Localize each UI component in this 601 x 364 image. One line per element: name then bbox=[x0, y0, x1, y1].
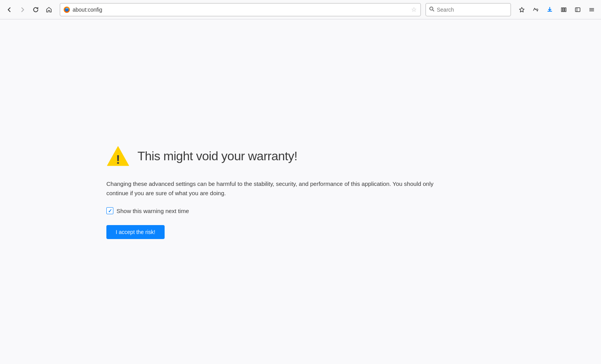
nav-buttons bbox=[3, 3, 55, 16]
bookmark-star-button[interactable]: ☆ bbox=[410, 5, 417, 14]
page-content: ! This might void your warranty! Changin… bbox=[0, 19, 601, 364]
show-warning-checkbox[interactable]: ✓ bbox=[106, 207, 113, 214]
search-input[interactable] bbox=[437, 7, 499, 13]
warning-header: ! This might void your warranty! bbox=[106, 144, 297, 168]
url-input[interactable] bbox=[73, 7, 408, 13]
library-button[interactable] bbox=[558, 3, 570, 16]
toolbar-icons bbox=[516, 3, 598, 16]
warning-container: ! This might void your warranty! Changin… bbox=[106, 144, 456, 239]
svg-point-2 bbox=[430, 7, 433, 10]
svg-line-3 bbox=[433, 10, 434, 12]
home-button[interactable] bbox=[43, 3, 55, 16]
checkbox-checkmark: ✓ bbox=[108, 208, 112, 213]
svg-rect-10 bbox=[589, 8, 594, 9]
reload-button[interactable] bbox=[30, 3, 42, 16]
svg-rect-12 bbox=[589, 10, 594, 11]
svg-text:!: ! bbox=[116, 153, 120, 166]
forward-button[interactable] bbox=[16, 3, 29, 16]
sidebar-button[interactable] bbox=[571, 3, 584, 16]
checkbox-row[interactable]: ✓ Show this warning next time bbox=[106, 207, 189, 214]
warning-description: Changing these advanced settings can be … bbox=[106, 179, 440, 198]
warning-title: This might void your warranty! bbox=[137, 149, 297, 163]
awesome-star-button[interactable] bbox=[516, 3, 528, 16]
firefox-logo-icon bbox=[63, 6, 70, 13]
address-bar[interactable]: ☆ bbox=[60, 3, 421, 16]
menu-button[interactable] bbox=[585, 3, 598, 16]
svg-rect-6 bbox=[563, 8, 565, 12]
svg-rect-11 bbox=[589, 9, 594, 10]
warning-triangle-icon: ! bbox=[106, 144, 130, 168]
developer-tools-button[interactable] bbox=[530, 3, 542, 16]
svg-rect-8 bbox=[575, 8, 580, 12]
search-bar[interactable] bbox=[426, 3, 511, 16]
checkbox-label[interactable]: Show this warning next time bbox=[116, 208, 189, 214]
svg-rect-7 bbox=[565, 8, 566, 12]
downloads-button[interactable] bbox=[544, 3, 556, 16]
accept-risk-button[interactable]: I accept the risk! bbox=[106, 225, 165, 239]
svg-marker-4 bbox=[519, 7, 524, 12]
search-icon bbox=[429, 6, 434, 13]
browser-toolbar: ☆ bbox=[0, 0, 601, 19]
back-button[interactable] bbox=[3, 3, 16, 16]
svg-rect-5 bbox=[561, 8, 563, 12]
